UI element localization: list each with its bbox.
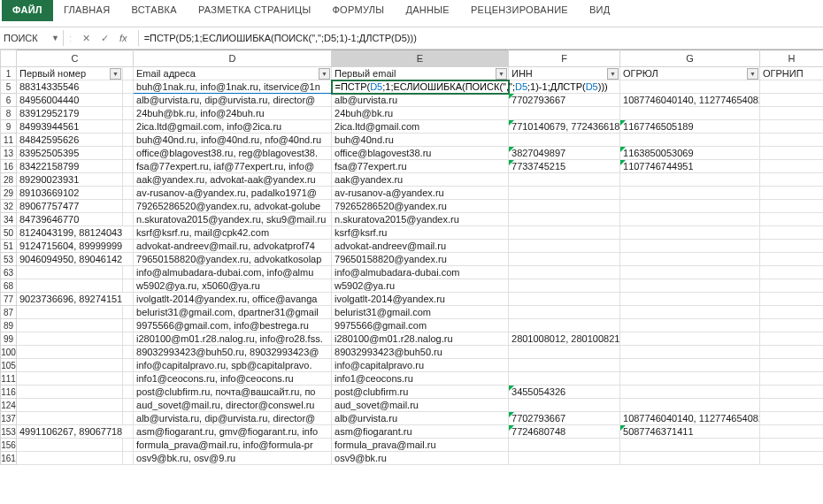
cell-first-email[interactable]: aud_sovet@mail.ru bbox=[332, 399, 509, 412]
cell-ogrnip[interactable] bbox=[760, 439, 823, 452]
cell-c[interactable] bbox=[123, 332, 134, 346]
cell-first-email[interactable]: 79265286520@yandex.ru bbox=[332, 200, 509, 213]
ribbon-tab-pagelayout[interactable]: РАЗМЕТКА СТРАНИЦЫ bbox=[188, 0, 322, 21]
cell-ogrnip[interactable] bbox=[760, 293, 823, 306]
cell-first-number[interactable]: 8124043199, 88124043311 bbox=[17, 226, 123, 240]
cell-ogrnip[interactable] bbox=[760, 240, 823, 253]
cell-c[interactable] bbox=[123, 412, 134, 425]
row-header[interactable]: 16 bbox=[1, 160, 17, 173]
column-header-e[interactable]: E bbox=[332, 50, 509, 67]
cell-inn[interactable] bbox=[509, 319, 620, 332]
row-header[interactable]: 29 bbox=[1, 187, 17, 200]
cell-ogryul[interactable] bbox=[620, 386, 760, 399]
column-header-d[interactable]: D bbox=[134, 50, 332, 67]
cell-ogryul[interactable] bbox=[620, 226, 760, 240]
cell-first-email[interactable]: av-rusanov-a@yandex.ru bbox=[332, 187, 509, 200]
cell-inn[interactable] bbox=[509, 279, 620, 293]
row-header[interactable]: 77 bbox=[1, 293, 17, 306]
ribbon-tab-data[interactable]: ДАННЫЕ bbox=[395, 0, 460, 21]
row-header[interactable]: 87 bbox=[1, 306, 17, 319]
cell-first-number[interactable]: 84993944561 bbox=[17, 120, 123, 134]
cell-email-addresses[interactable]: 2ica.ltd@gmail.com, info@2ica.ru bbox=[134, 120, 332, 134]
column-header-f[interactable]: F bbox=[509, 50, 620, 67]
cell-email-addresses[interactable]: buh@1nak.ru, info@1nak.ru, itservice@1n bbox=[134, 80, 332, 94]
cell-first-email[interactable]: i280100@m01.r28.nalog.ru bbox=[332, 332, 509, 346]
cell-c[interactable] bbox=[123, 266, 134, 279]
cell-c[interactable] bbox=[123, 80, 134, 94]
row-header[interactable]: 51 bbox=[1, 240, 17, 253]
cell-ogrnip[interactable] bbox=[760, 173, 823, 187]
cell-c[interactable] bbox=[123, 439, 134, 452]
cell-first-email[interactable]: w5902@ya.ru bbox=[332, 279, 509, 293]
cell-first-email[interactable]: =ПСТР(D5;1;ЕСЛИОШИБКА(ПОИСК(",";D5;1)-1;… bbox=[332, 80, 509, 94]
cell-first-number[interactable]: 83952505395 bbox=[17, 147, 123, 160]
row-header[interactable]: 89 bbox=[1, 319, 17, 332]
cell-first-email[interactable]: post@clubfirm.ru bbox=[332, 386, 509, 399]
cell-inn[interactable] bbox=[509, 293, 620, 306]
select-all-corner[interactable] bbox=[1, 50, 17, 67]
cell-first-number[interactable] bbox=[17, 452, 123, 465]
row-header[interactable]: 9 bbox=[1, 120, 17, 134]
cell-c[interactable] bbox=[123, 187, 134, 200]
cell-email-addresses[interactable]: post@clubfirm.ru, почта@вашсайт.ru, по bbox=[134, 386, 332, 399]
header-cell-first-number[interactable]: Первый номер▼ bbox=[17, 67, 123, 80]
ribbon-tab-insert[interactable]: ВСТАВКА bbox=[120, 0, 187, 21]
cell-ogryul[interactable] bbox=[620, 439, 760, 452]
cell-ogrnip[interactable] bbox=[760, 346, 823, 359]
cell-inn[interactable] bbox=[509, 80, 620, 94]
cell-first-email[interactable]: 9975566@gmail.com bbox=[332, 319, 509, 332]
cell-inn[interactable]: 7724680748 bbox=[509, 425, 620, 439]
row-header[interactable]: 11 bbox=[1, 134, 17, 147]
row-header[interactable]: 6 bbox=[1, 94, 17, 107]
cell-email-addresses[interactable]: buh@40nd.ru, info@40nd.ru, nfo@40nd.ru bbox=[134, 134, 332, 147]
cell-inn[interactable] bbox=[509, 213, 620, 226]
cell-inn[interactable] bbox=[509, 173, 620, 187]
cell-first-number[interactable] bbox=[17, 319, 123, 332]
cell-ogrnip[interactable] bbox=[760, 359, 823, 372]
ribbon-tab-formulas[interactable]: ФОРМУЛЫ bbox=[321, 0, 395, 21]
row-header[interactable]: 100 bbox=[1, 346, 17, 359]
cell-ogrnip[interactable] bbox=[760, 200, 823, 213]
column-header-h[interactable]: H bbox=[760, 50, 823, 67]
cell-ogrnip[interactable] bbox=[760, 266, 823, 279]
cell-first-email[interactable]: info@capitalpravo.ru bbox=[332, 359, 509, 372]
cell-c[interactable] bbox=[123, 213, 134, 226]
cell-ogryul[interactable]: 1087746040140, 1127746540822 bbox=[620, 94, 760, 107]
header-cell-c[interactable] bbox=[123, 67, 134, 80]
row-header[interactable]: 124 bbox=[1, 399, 17, 412]
cell-inn[interactable] bbox=[509, 372, 620, 386]
row-header[interactable]: 8 bbox=[1, 107, 17, 120]
cell-first-email[interactable]: 79650158820@yandex.ru bbox=[332, 253, 509, 266]
cell-first-number[interactable]: 4991106267, 89067718431, bbox=[17, 425, 123, 439]
cell-first-number[interactable]: 84842595626 bbox=[17, 134, 123, 147]
row-header[interactable]: 111 bbox=[1, 372, 17, 386]
error-indicator-icon[interactable] bbox=[509, 120, 514, 126]
cell-email-addresses[interactable]: office@blagovest38.ru, reg@blagovest38. bbox=[134, 147, 332, 160]
cell-ogrnip[interactable] bbox=[760, 187, 823, 200]
cell-email-addresses[interactable]: asm@fiogarant.ru, gmv@fiogarant.ru, info bbox=[134, 425, 332, 439]
cell-inn[interactable]: 7702793667 bbox=[509, 412, 620, 425]
row-header[interactable]: 13 bbox=[1, 147, 17, 160]
cell-c[interactable] bbox=[123, 293, 134, 306]
error-indicator-icon[interactable] bbox=[509, 386, 514, 391]
cell-first-email[interactable]: osv9@bk.ru bbox=[332, 452, 509, 465]
row-header[interactable]: 50 bbox=[1, 226, 17, 240]
error-indicator-icon[interactable] bbox=[620, 120, 626, 126]
row-header[interactable]: 68 bbox=[1, 279, 17, 293]
cell-inn[interactable] bbox=[509, 306, 620, 319]
cell-first-number[interactable]: 9046094950, 89046142191, bbox=[17, 253, 123, 266]
cell-first-email[interactable]: alb@urvista.ru bbox=[332, 94, 509, 107]
cell-first-number[interactable]: 84956004440 bbox=[17, 94, 123, 107]
error-indicator-icon[interactable] bbox=[509, 425, 514, 431]
cell-first-email[interactable]: info@almubadara-dubai.com bbox=[332, 266, 509, 279]
cell-email-addresses[interactable]: aud_sovet@mail.ru, director@conswel.ru bbox=[134, 399, 332, 412]
cell-first-email[interactable]: 24buh@bk.ru bbox=[332, 107, 509, 120]
cell-first-number[interactable] bbox=[17, 386, 123, 399]
cell-first-email[interactable]: 2ica.ltd@gmail.com bbox=[332, 120, 509, 134]
cell-ogrnip[interactable] bbox=[760, 226, 823, 240]
cell-email-addresses[interactable]: alb@urvista.ru, dip@urvista.ru, director… bbox=[134, 412, 332, 425]
cell-ogryul[interactable] bbox=[620, 213, 760, 226]
cell-inn[interactable] bbox=[509, 187, 620, 200]
cell-ogryul[interactable] bbox=[620, 266, 760, 279]
cell-first-number[interactable] bbox=[17, 412, 123, 425]
